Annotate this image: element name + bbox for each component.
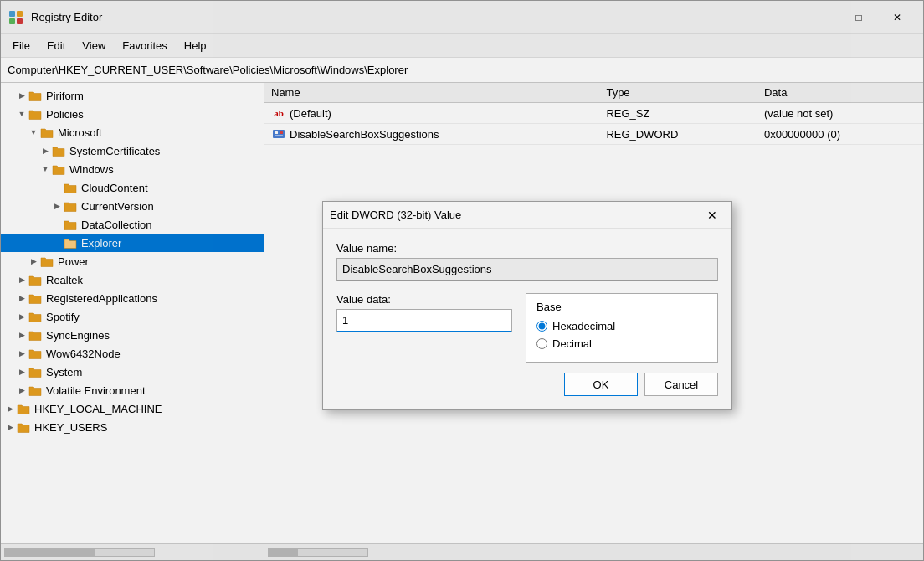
value-name-label: Value name: <box>336 242 718 255</box>
hex-radio[interactable] <box>536 321 547 332</box>
ok-button[interactable]: OK <box>564 373 638 396</box>
form-row: Value data: Base Hexadecimal Decimal <box>336 293 718 363</box>
dialog-body: Value name: Value data: Base Hexadecimal <box>323 229 732 373</box>
radio-hex-row: Hexadecimal <box>536 320 707 332</box>
radio-dec-row: Decimal <box>536 337 707 350</box>
value-data-input[interactable] <box>336 309 512 332</box>
dec-label: Decimal <box>552 337 592 350</box>
cancel-button[interactable]: Cancel <box>644 373 718 396</box>
value-data-label: Value data: <box>336 293 512 306</box>
dialog-close-button[interactable]: ✕ <box>700 205 725 225</box>
value-data-group: Value data: <box>336 293 512 332</box>
modal-overlay: Edit DWORD (32-bit) Value ✕ Value name: … <box>0 0 924 561</box>
base-group: Base Hexadecimal Decimal <box>526 293 718 363</box>
dialog-title-bar: Edit DWORD (32-bit) Value ✕ <box>323 202 732 229</box>
hex-label: Hexadecimal <box>552 320 615 332</box>
dialog-footer: OK Cancel <box>323 373 732 409</box>
dec-radio[interactable] <box>536 338 547 349</box>
value-name-input[interactable] <box>336 258 718 281</box>
dialog-title: Edit DWORD (32-bit) Value <box>330 208 700 221</box>
base-label: Base <box>536 301 707 313</box>
edit-dword-dialog: Edit DWORD (32-bit) Value ✕ Value name: … <box>322 201 732 410</box>
